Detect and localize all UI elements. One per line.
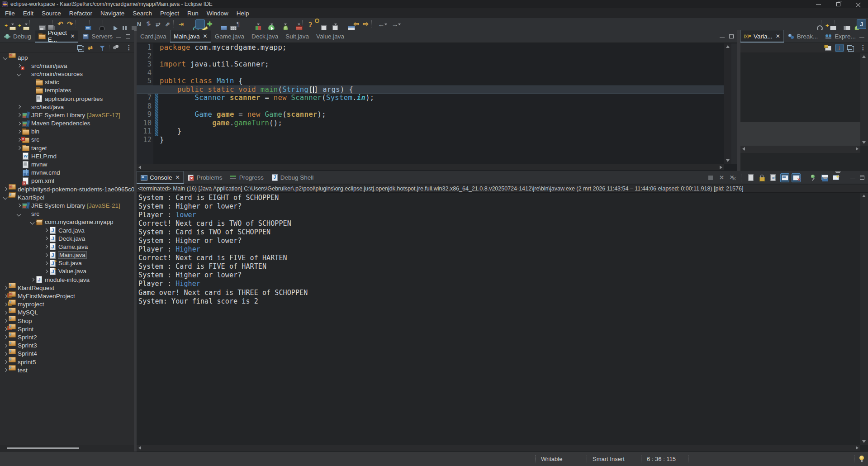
forward-icon[interactable]: → (388, 19, 402, 29)
tree-item-target[interactable]: target (0, 144, 134, 152)
logical-icon[interactable] (825, 44, 833, 52)
remove-all-launches-icon[interactable] (729, 173, 738, 182)
chevron-right-icon[interactable] (16, 146, 21, 150)
chevron-right-icon[interactable] (16, 105, 21, 109)
search-icon[interactable] (811, 19, 820, 29)
chevron-right-icon[interactable] (3, 327, 7, 331)
tree-item-com-mycardgame-myapp[interactable]: com.mycardgame.myapp (0, 218, 134, 226)
close-tab-icon[interactable]: ✕ (70, 33, 75, 39)
tree-item-src[interactable]: src (0, 210, 134, 218)
collapse-icon[interactable] (846, 44, 854, 52)
tab-varia-[interactable]: Varia...✕ (740, 30, 784, 43)
collapse-icon[interactable] (76, 44, 85, 52)
open-task-icon[interactable] (79, 19, 88, 29)
chevron-right-icon[interactable] (30, 277, 34, 282)
redo-icon[interactable]: ↷ (65, 19, 75, 29)
tree-item-src-main-java[interactable]: src/main/java (0, 62, 134, 70)
chevron-right-icon[interactable] (3, 360, 7, 364)
perspective-debug-icon[interactable] (847, 19, 857, 29)
tree-item-src-test-java[interactable]: src/test/java (0, 103, 134, 111)
save-all-icon[interactable] (42, 19, 52, 29)
chevron-right-icon[interactable] (3, 302, 7, 307)
tree-item-templates[interactable]: templates (0, 86, 134, 95)
console-horizontal-scrollbar[interactable] (137, 445, 860, 451)
forward-gold-icon[interactable]: ⇨ (361, 19, 370, 29)
perspective-java-icon[interactable]: J (857, 19, 866, 29)
table-icon[interactable] (342, 19, 351, 29)
filter-icon[interactable] (98, 44, 106, 52)
tree-item-sprint2[interactable]: Sprint2 (0, 333, 134, 341)
console-vertical-scrollbar[interactable] (860, 193, 868, 445)
menu-icon[interactable] (857, 44, 865, 52)
terminate-icon[interactable] (125, 19, 134, 29)
word-wrap-icon[interactable] (769, 173, 778, 182)
menu-refactor[interactable]: Refactor (65, 9, 96, 18)
doc-search-icon[interactable] (315, 19, 324, 29)
chevron-right-icon[interactable] (43, 236, 48, 241)
tree-item-card-java[interactable]: Card.java (0, 226, 134, 234)
grid-icon[interactable] (224, 19, 233, 29)
tree-item-application-properties[interactable]: application.properties (0, 95, 134, 103)
show-stderr-icon[interactable] (792, 173, 801, 182)
code-line[interactable] (137, 52, 724, 61)
showtree-icon[interactable] (835, 44, 844, 52)
tab-break-[interactable]: Break... (784, 30, 822, 43)
save-icon[interactable] (33, 19, 42, 29)
overview-ruler[interactable] (731, 43, 737, 164)
new-java-project-icon[interactable] (15, 19, 28, 29)
tree-item-bin[interactable]: bin (0, 128, 134, 136)
undo-icon[interactable]: ↶ (56, 19, 65, 29)
step-into-icon[interactable]: ⥮ (144, 19, 153, 29)
chevron-right-icon[interactable] (3, 187, 7, 191)
restore-window-button[interactable] (828, 0, 848, 8)
chevron-right-icon[interactable] (3, 352, 7, 356)
menu-edit[interactable]: Edit (19, 9, 38, 18)
tree-item-klantrequest[interactable]: KlantRequest (0, 284, 134, 292)
code-line[interactable]: public class Main { (137, 77, 724, 86)
step-over-icon[interactable]: ⥂ (153, 19, 163, 29)
maximize-panel-icon[interactable] (126, 34, 130, 38)
minimize-panel-icon[interactable] (850, 179, 855, 179)
tree-item-static[interactable]: static (0, 78, 134, 86)
clear-console-icon[interactable] (746, 173, 755, 182)
tree-item-delphinitysd-pokemon-students-1ae0965c0c32[interactable]: delphinitysd-pokemon-students-1ae0965c0c… (0, 185, 134, 193)
tree-item-jre-system-library[interactable]: JRE System Library[JavaSE-21] (0, 201, 134, 209)
code-line[interactable] (137, 69, 724, 77)
close-tab-icon[interactable]: ✕ (175, 174, 180, 181)
maximize-panel-icon[interactable] (860, 176, 864, 180)
variables-vertical-scrollbar[interactable] (860, 53, 868, 146)
tree-item-src-main-resources[interactable]: src/main/resources (0, 70, 134, 78)
tree-horizontal-scrollbar[interactable] (0, 445, 134, 451)
tree-item-main-java[interactable]: Main.java (0, 251, 134, 259)
pause-icon[interactable] (115, 19, 125, 29)
chevron-down-icon[interactable] (3, 195, 7, 200)
chevron-right-icon[interactable] (43, 228, 48, 233)
menu-window[interactable]: Window (203, 9, 232, 18)
tab-servers[interactable]: Servers (78, 30, 116, 43)
variables-detail-pane[interactable] (740, 122, 860, 146)
tree-item-sprint5[interactable]: sprint5 (0, 358, 134, 366)
variables-horizontal-scrollbar[interactable] (740, 146, 860, 153)
tab-expre-[interactable]: Expre... (821, 30, 859, 43)
tab-progress[interactable]: Progress (226, 171, 267, 184)
chevron-right-icon[interactable] (3, 310, 7, 315)
perspective-resource-icon[interactable] (838, 19, 847, 29)
chevron-down-icon[interactable] (30, 220, 34, 224)
chevron-right-icon[interactable] (3, 343, 7, 348)
code-line[interactable]: Scanner scanner = new Scanner(System.in)… (137, 94, 724, 102)
tree-item-sprint4[interactable]: Sprint4 (0, 350, 134, 358)
variables-content[interactable] (740, 53, 860, 122)
code-line[interactable]: game.gameTurn(); (137, 119, 724, 128)
chevron-right-icon[interactable] (3, 294, 7, 299)
external-tools-icon[interactable] (288, 19, 301, 29)
code-line[interactable]: public static void main(String[] args) { (137, 86, 724, 94)
search-ball-icon[interactable] (92, 19, 102, 29)
maximize-panel-icon[interactable] (729, 34, 734, 38)
tab-debug[interactable]: Debug (0, 30, 35, 43)
chevron-right-icon[interactable] (16, 203, 21, 208)
coverage-icon[interactable] (247, 19, 261, 29)
mark-occurrences-icon[interactable] (195, 19, 205, 29)
display-console-icon[interactable] (821, 173, 830, 182)
link-icon[interactable] (87, 44, 95, 52)
chevron-right-icon[interactable] (16, 113, 21, 117)
